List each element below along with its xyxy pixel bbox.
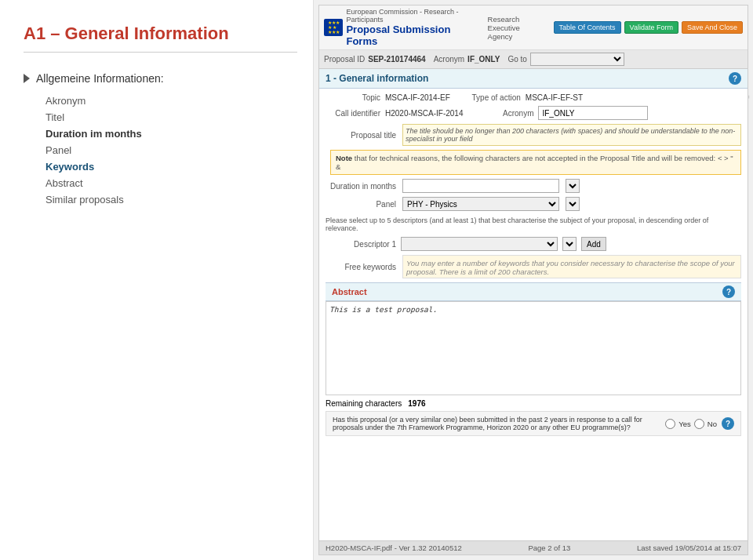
agency-label: Research Executive Agency — [488, 15, 551, 41]
goto-field: Go to — [507, 53, 624, 66]
descriptor-label: Descriptor 1 — [326, 240, 396, 249]
proposal-id-label: Proposal ID — [324, 55, 365, 64]
duration-label: Duration in months — [326, 182, 396, 191]
form-outer: ★★★★ ★★★★ European Commission - Research… — [318, 5, 748, 555]
descriptor-dropdown[interactable] — [562, 237, 577, 251]
type-value: MSCA-IF-EF-ST — [526, 93, 583, 102]
yes-no-group: Yes No — [665, 419, 717, 429]
page-title: A1 – General Information — [24, 24, 297, 53]
arrow-right-icon — [24, 74, 30, 83]
panel-dropdown-icon[interactable] — [566, 197, 580, 211]
form-title: Proposal Submission Forms — [346, 24, 478, 47]
topic-value: MSCA-IF-2014-EF — [385, 93, 450, 102]
call-label: Call identifier — [326, 109, 380, 118]
free-keywords-label: Free keywords — [326, 263, 396, 271]
free-keywords-area: You may enter a number of keywords that … — [402, 255, 741, 278]
proposal-bar: Proposal ID SEP-210174464 Acronym IF_ONL… — [319, 50, 748, 69]
remaining-row: Remaining characters 1976 — [326, 399, 741, 408]
similar-question-box: Has this proposal (or a very similar one… — [326, 411, 741, 436]
save-close-button[interactable]: Save And Close — [682, 21, 743, 34]
top-bar-buttons: Research Executive Agency Table Of Conte… — [488, 15, 743, 41]
similar-question-text: Has this proposal (or a very similar one… — [333, 416, 660, 431]
proposal-title-label: Proposal title — [326, 131, 396, 140]
type-label: Type of action — [466, 93, 521, 102]
descriptor-row: Descriptor 1 Add — [326, 237, 741, 251]
nav-item-similar[interactable]: Similar proposals — [45, 193, 297, 206]
duration-row: Duration in months — [326, 179, 741, 193]
proposal-id-value: SEP-210174464 — [368, 55, 425, 64]
remaining-label: Remaining characters — [326, 399, 402, 408]
acronym-field-label: Acronym — [434, 55, 464, 64]
right-panel: G ★★★★ ★★★★ European Commission - Resear… — [314, 0, 753, 560]
footer-bar: H2020-MSCA-IF.pdf - Ver 1.32 20140512 Pa… — [319, 540, 748, 555]
topic-pair: Topic MSCA-IF-2014-EF — [326, 93, 450, 102]
call-value: H2020-MSCA-IF-2014 — [385, 109, 463, 118]
free-keywords-row: Free keywords You may enter a number of … — [326, 255, 741, 278]
eu-logo-stars: ★★★★ ★★★★ — [328, 20, 340, 35]
type-pair: Type of action MSCA-IF-EF-ST — [466, 93, 583, 102]
section-help-button[interactable]: ? — [729, 72, 741, 85]
topic-type-row: Topic MSCA-IF-2014-EF Type of action MSC… — [326, 93, 741, 102]
form-content: Topic MSCA-IF-2014-EF Type of action MSC… — [319, 89, 748, 540]
panel-row: Panel PHY - Physics — [326, 197, 741, 211]
duration-select[interactable] — [566, 179, 580, 193]
yes-label: Yes — [678, 420, 691, 428]
acronym-display-label: Acronym — [478, 109, 533, 118]
remaining-value: 1976 — [408, 399, 425, 408]
abstract-header: Abstract ? — [326, 282, 741, 301]
section-heading: 1 - General information ? — [319, 69, 748, 89]
descriptor-notice: Please select up to 5 descriptors (and a… — [326, 215, 741, 234]
abstract-help-button[interactable]: ? — [722, 285, 735, 298]
top-bar: ★★★★ ★★★★ European Commission - Research… — [319, 5, 748, 50]
topic-label: Topic — [326, 93, 380, 102]
eu-logo: ★★★★ ★★★★ — [324, 19, 343, 36]
notice-box: Note that for technical reasons, the fol… — [330, 150, 741, 175]
panel-label: Panel — [326, 200, 396, 209]
goto-select[interactable] — [530, 53, 624, 66]
no-label: No — [708, 420, 717, 428]
goto-label: Go to — [507, 55, 526, 64]
validate-button[interactable]: Validate Form — [624, 21, 678, 34]
similar-help-button[interactable]: ? — [722, 417, 734, 430]
logo-area: ★★★★ ★★★★ European Commission - Research… — [324, 8, 478, 47]
nav-item-titel[interactable]: Titel — [45, 111, 297, 124]
footer-page: Page 2 of 13 — [528, 544, 570, 552]
add-button[interactable]: Add — [581, 237, 606, 251]
nav-item-panel[interactable]: Panel — [45, 144, 297, 157]
nav-item-abstract[interactable]: Abstract — [45, 176, 297, 190]
acronym-field-value: IF_ONLY — [467, 55, 500, 64]
footer-saved: Last saved 19/05/2014 at 15:07 — [637, 544, 741, 552]
footer-filename: H2020-MSCA-IF.pdf - Ver 1.32 20140512 — [326, 544, 462, 552]
section-label: Allgemeine Informationen: — [36, 72, 164, 85]
section-heading-text: 1 - General information — [326, 73, 428, 84]
yes-radio[interactable] — [665, 419, 675, 429]
descriptor-select[interactable] — [401, 237, 558, 251]
duration-input[interactable] — [402, 179, 559, 193]
proposal-title-row: Proposal title The title should be no lo… — [326, 124, 741, 146]
section-header: Allgemeine Informationen: — [24, 72, 297, 85]
nav-items: Akronym Titel Duration im months Panel K… — [45, 94, 297, 206]
abstract-label: Abstract — [332, 287, 367, 296]
panel-select[interactable]: PHY - Physics — [402, 197, 559, 211]
proposal-id-field: Proposal ID SEP-210174464 — [324, 55, 426, 64]
nav-item-duration[interactable]: Duration im months — [45, 127, 297, 140]
toc-button[interactable]: Table Of Contents — [554, 21, 621, 34]
acronym-field: Acronym IF_ONLY — [434, 55, 500, 64]
notice-strong: Note — [336, 154, 352, 162]
breadcrumb: European Commission - Research - Partici… — [346, 8, 478, 24]
abstract-textarea[interactable] — [326, 301, 741, 395]
left-panel: A1 – General Information Allgemeine Info… — [0, 0, 314, 560]
acronym-display-pair: Acronym — [478, 106, 648, 120]
top-bar-text-block: European Commission - Research - Partici… — [346, 8, 478, 47]
notice-text: that for technical reasons, the followin… — [336, 154, 733, 171]
nav-item-keywords[interactable]: Keywords — [45, 160, 297, 173]
nav-item-akronym[interactable]: Akronym — [45, 94, 297, 107]
call-pair: Call identifier H2020-MSCA-IF-2014 — [326, 106, 463, 120]
no-radio[interactable] — [694, 419, 704, 429]
call-acronym-row: Call identifier H2020-MSCA-IF-2014 Acron… — [326, 106, 741, 120]
title-hint: The title should be no longer than 200 c… — [402, 124, 741, 146]
acronym-input[interactable] — [538, 106, 648, 120]
